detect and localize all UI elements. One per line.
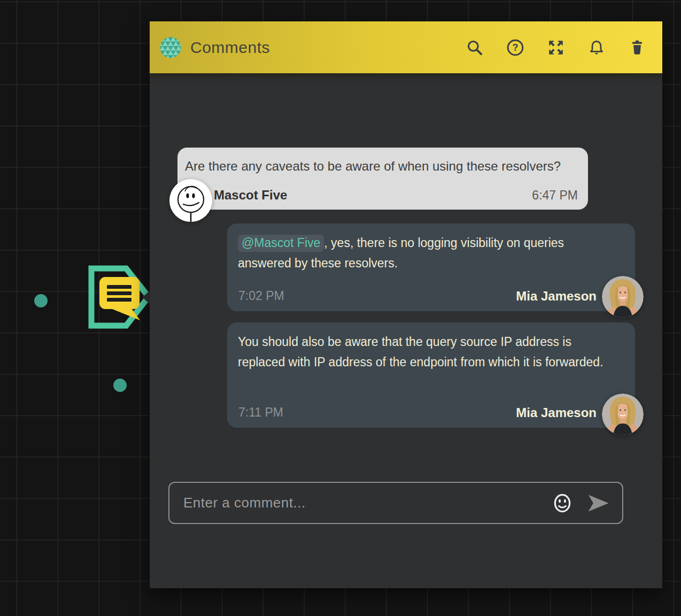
expand-fullscreen-icon — [547, 38, 565, 57]
smiley-icon — [555, 495, 569, 511]
mia-photo-icon — [602, 276, 644, 318]
message-author: Mia Jameson — [516, 289, 597, 304]
comment-input[interactable] — [182, 494, 552, 512]
message-text: Are there any caveats to be aware of whe… — [177, 148, 588, 174]
send-icon — [589, 495, 609, 511]
delete-button[interactable] — [627, 37, 647, 58]
mia-photo-icon — [602, 394, 644, 435]
send-button[interactable] — [587, 494, 609, 512]
canvas-background: Comments ? — [0, 0, 681, 616]
comments-panel: Comments ? — [150, 21, 662, 588]
message-bubble-incoming: Are there any caveats to be aware of whe… — [177, 148, 588, 210]
message-text: @Mascot Five, yes, there is no logging v… — [227, 224, 635, 273]
message-timestamp: 6:47 PM — [532, 188, 578, 203]
emoji-button[interactable] — [552, 492, 573, 514]
expand-button[interactable] — [546, 37, 566, 58]
teal-dot — [34, 294, 48, 307]
trash-icon — [628, 38, 646, 57]
search-button[interactable] — [465, 37, 485, 58]
avatar-mia-jameson — [602, 394, 644, 435]
mention-chip[interactable]: @Mascot Five — [238, 235, 324, 252]
panel-pointer-arrow — [142, 290, 150, 304]
avatar-mascot-five — [169, 179, 212, 222]
svg-text:?: ? — [512, 42, 518, 53]
teal-dot — [113, 379, 127, 392]
panel-title: Comments — [190, 38, 270, 57]
message-author: Mascot Five — [214, 188, 287, 203]
message-timestamp: 7:02 PM — [238, 289, 284, 303]
message-author: Mia Jameson — [516, 405, 597, 420]
app-logo-icon — [160, 37, 181, 58]
help-button[interactable]: ? — [505, 37, 525, 58]
mascot-face-icon — [169, 179, 212, 222]
search-icon — [466, 38, 484, 57]
avatar-mia-jameson — [602, 276, 644, 318]
panel-header: Comments ? — [150, 21, 662, 73]
message-timestamp: 7:11 PM — [238, 405, 283, 420]
help-icon: ? — [506, 38, 524, 57]
bell-icon — [587, 38, 606, 57]
speech-bubble-icon — [99, 277, 140, 320]
message-text: You should also be aware that the query … — [227, 322, 635, 372]
message-bubble-reply: You should also be aware that the query … — [227, 322, 635, 428]
message-bubble-reply: @Mascot Five, yes, there is no logging v… — [227, 224, 635, 311]
comment-composer — [168, 482, 623, 524]
notifications-button[interactable] — [586, 37, 607, 58]
